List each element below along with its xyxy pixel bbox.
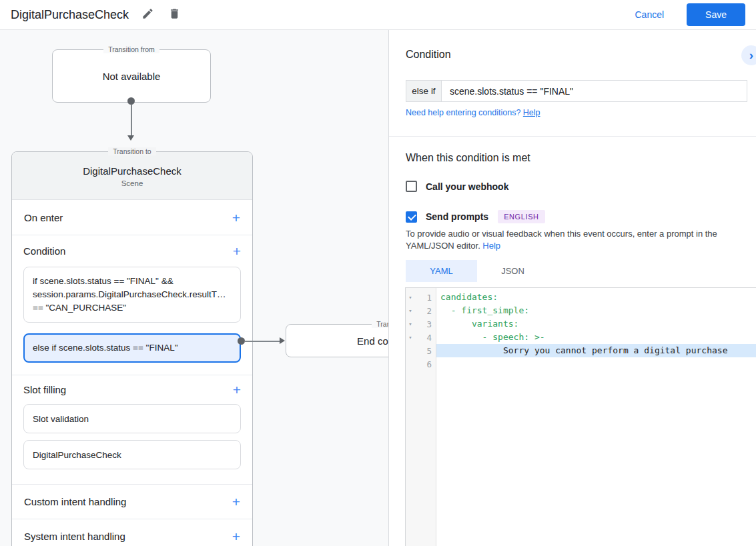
chevron-right-icon: ›	[749, 48, 753, 62]
condition-prefix-label: else if	[406, 81, 442, 101]
webhook-label: Call your webhook	[426, 181, 508, 192]
slot-filling-label: Slot filling	[23, 384, 66, 395]
condition-section: Condition + if scene.slots.status == "FI…	[12, 235, 252, 375]
custom-intent-row[interactable]: Custom intent handling +	[12, 485, 252, 519]
end-conversation-label: End conversation	[286, 325, 389, 357]
connector-line	[245, 341, 280, 342]
page-title: DigitalPurchaseCheck	[11, 8, 129, 22]
code-line-highlighted: Sorry you cannot perform a digital purch…	[436, 344, 756, 357]
connector-dot	[238, 337, 245, 345]
code-line: variants:	[436, 317, 756, 331]
code-line	[436, 357, 756, 371]
slot-validation-item[interactable]: Slot validation	[23, 404, 241, 433]
editor-code-area[interactable]: candidates: - first_simple: variants: - …	[436, 288, 756, 546]
line-number: 1	[415, 293, 436, 303]
condition-if-line: session.params.DigitalPurchaseCheck.resu…	[33, 288, 232, 301]
scene-type-label: Scene	[12, 179, 252, 187]
add-slot-button[interactable]: +	[233, 383, 241, 397]
line-number: 3	[415, 319, 436, 329]
slot-item[interactable]: DigitalPurchaseCheck	[23, 440, 241, 469]
on-enter-label: On enter	[24, 212, 63, 223]
system-intent-row[interactable]: System intent handling +	[12, 519, 252, 546]
fold-arrow-icon[interactable]: ▾	[406, 294, 415, 301]
line-number: 2	[415, 306, 436, 316]
condition-elseif-item-selected[interactable]: else if scene.slots.status == "FINAL"	[23, 333, 241, 363]
arrow-right-icon	[280, 337, 285, 344]
condition-input-row: else if	[406, 80, 747, 102]
save-button[interactable]: Save	[687, 3, 745, 26]
editor-tabs: YAML JSON	[406, 260, 548, 282]
arrow-down-icon	[127, 135, 134, 141]
condition-help-text: Need help entering conditions?	[406, 108, 523, 117]
line-number: 5	[415, 346, 436, 356]
on-enter-row[interactable]: On enter +	[12, 200, 252, 235]
cancel-button[interactable]: Cancel	[635, 9, 664, 20]
code-line: - speech: >-	[436, 331, 756, 344]
send-prompts-checkbox[interactable]	[406, 211, 417, 223]
code-line: - first_simple:	[436, 304, 756, 317]
condition-detail-panel: Condition › else if Need help entering c…	[389, 30, 756, 546]
slot-validation-label: Slot validation	[33, 414, 89, 424]
condition-elseif-text: else if scene.slots.status == "FINAL"	[33, 343, 177, 353]
collapse-panel-button[interactable]: ›	[741, 45, 756, 65]
condition-help-link[interactable]: Help	[523, 108, 540, 117]
prompt-hint-text: To provide audio or visual feedback when…	[406, 228, 747, 252]
transition-from-label: Not available	[53, 50, 210, 102]
call-webhook-row[interactable]: Call your webhook	[406, 181, 508, 192]
pencil-icon	[141, 7, 154, 22]
scene-name: DigitalPurchaseCheck	[12, 165, 252, 177]
connector-line	[131, 105, 132, 137]
condition-help-line: Need help entering conditions? Help	[406, 108, 540, 117]
fold-arrow-icon[interactable]: ▾	[406, 307, 415, 314]
scene-card-header[interactable]: DigitalPurchaseCheck Scene	[12, 152, 252, 200]
tab-json[interactable]: JSON	[477, 260, 548, 282]
trash-icon	[168, 7, 181, 22]
panel-divider	[389, 136, 756, 137]
condition-if-item[interactable]: if scene.slots.status == "FINAL" && sess…	[23, 267, 241, 323]
fold-arrow-icon[interactable]: ▾	[406, 334, 415, 341]
editor-gutter: ▾1 ▾2 ▾3 ▾4 5 6	[406, 288, 436, 546]
add-system-intent-button[interactable]: +	[232, 529, 240, 543]
when-condition-met-title: When this condition is met	[406, 152, 530, 164]
line-number: 6	[415, 359, 436, 369]
language-badge: ENGLISH	[498, 210, 545, 223]
prompt-hint-body: To provide audio or visual feedback when…	[406, 229, 717, 251]
scene-flow-canvas: Transition from Not available Transition…	[0, 30, 389, 546]
edit-scene-button[interactable]	[139, 7, 155, 23]
webhook-checkbox[interactable]	[406, 181, 417, 192]
slot-item-label: DigitalPurchaseCheck	[33, 450, 121, 460]
connector-dot	[127, 97, 135, 105]
system-intent-label: System intent handling	[24, 531, 125, 542]
condition-if-line: if scene.slots.status == "FINAL" &&	[33, 275, 232, 288]
tab-yaml[interactable]: YAML	[406, 260, 477, 282]
end-conversation-node[interactable]: Transition to End conversation	[286, 324, 389, 357]
send-prompts-row[interactable]: Send prompts ENGLISH	[406, 210, 545, 223]
transition-from-node[interactable]: Transition from Not available	[52, 49, 211, 103]
delete-scene-button[interactable]	[166, 7, 182, 23]
scene-card: Transition to DigitalPurchaseCheck Scene…	[11, 151, 253, 546]
yaml-code-editor[interactable]: ▾1 ▾2 ▾3 ▾4 5 6 candidates: - first_simp…	[405, 287, 756, 546]
condition-section-label: Condition	[23, 245, 65, 257]
add-custom-intent-button[interactable]: +	[232, 495, 240, 509]
prompt-hint-help-link[interactable]: Help	[482, 241, 500, 251]
line-number: 4	[415, 333, 436, 343]
slot-filling-section: Slot filling + Slot validation DigitalPu…	[12, 375, 252, 485]
add-condition-button[interactable]: +	[233, 244, 241, 258]
condition-if-line: == "CAN_PURCHASE"	[33, 301, 232, 315]
send-prompts-label: Send prompts	[426, 211, 488, 222]
top-bar: DigitalPurchaseCheck Cancel Save	[0, 0, 756, 30]
code-line: candidates:	[436, 291, 756, 304]
condition-expression-input[interactable]	[442, 81, 747, 101]
custom-intent-label: Custom intent handling	[24, 496, 126, 507]
fold-arrow-icon[interactable]: ▾	[406, 321, 415, 327]
add-on-enter-button[interactable]: +	[232, 211, 240, 225]
panel-title: Condition	[406, 49, 451, 61]
